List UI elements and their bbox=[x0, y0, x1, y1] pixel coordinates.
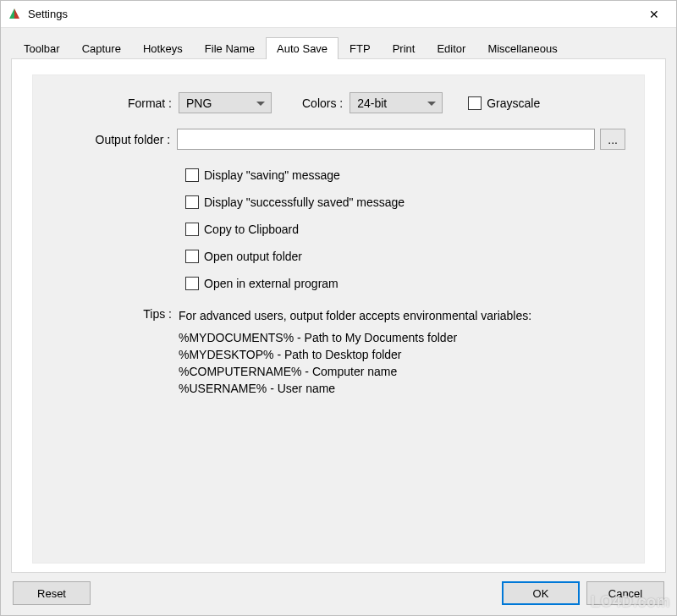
copy-clipboard-checkbox[interactable] bbox=[185, 223, 199, 236]
output-folder-input[interactable] bbox=[177, 129, 595, 150]
display-success-label: Display "successfully saved" message bbox=[204, 195, 405, 209]
tab-hotkeys[interactable]: Hotkeys bbox=[132, 37, 194, 59]
grayscale-label: Grayscale bbox=[487, 96, 540, 110]
tab-panel-auto-save: Format : PNG Colors : 24-bit bbox=[11, 58, 666, 573]
tips-line: %USERNAME% - User name bbox=[179, 380, 531, 397]
cancel-button[interactable]: Cancel bbox=[586, 581, 664, 605]
tips-line: %MYDESKTOP% - Path to Desktop folder bbox=[179, 346, 531, 363]
open-folder-label: Open output folder bbox=[204, 250, 302, 263]
format-select[interactable]: PNG bbox=[179, 92, 272, 113]
tab-auto-save[interactable]: Auto Save bbox=[266, 37, 338, 59]
tab-print[interactable]: Print bbox=[382, 37, 427, 59]
title-bar: Settings ✕ bbox=[1, 1, 676, 28]
output-folder-label: Output folder : bbox=[52, 133, 177, 146]
ellipsis-icon: ... bbox=[608, 133, 618, 146]
app-icon bbox=[8, 8, 21, 21]
grayscale-checkbox[interactable] bbox=[468, 96, 482, 110]
tab-strip: Toolbar Capture Hotkeys File Name Auto S… bbox=[13, 36, 666, 58]
open-external-label: Open in external program bbox=[204, 277, 338, 290]
reset-button[interactable]: Reset bbox=[13, 581, 91, 605]
tips-line: %COMPUTERNAME% - Computer name bbox=[179, 363, 531, 380]
tips-label: Tips : bbox=[52, 307, 179, 321]
ok-button[interactable]: OK bbox=[502, 581, 580, 605]
close-button[interactable]: ✕ bbox=[637, 3, 671, 26]
dialog-footer: Reset OK Cancel bbox=[11, 573, 666, 605]
tab-editor[interactable]: Editor bbox=[426, 37, 476, 59]
tab-capture[interactable]: Capture bbox=[71, 37, 132, 59]
window-title: Settings bbox=[28, 8, 68, 20]
copy-clipboard-label: Copy to Clipboard bbox=[204, 223, 299, 236]
tab-toolbar[interactable]: Toolbar bbox=[13, 37, 71, 59]
auto-save-groupbox: Format : PNG Colors : 24-bit bbox=[32, 74, 645, 564]
tips-body: For advanced users, output folder accept… bbox=[179, 307, 531, 397]
tips-intro: For advanced users, output folder accept… bbox=[179, 307, 531, 324]
display-success-checkbox[interactable] bbox=[185, 195, 199, 209]
tips-line: %MYDOCUMENTS% - Path to My Documents fol… bbox=[179, 329, 531, 346]
client-area: Toolbar Capture Hotkeys File Name Auto S… bbox=[1, 28, 676, 615]
tab-file-name[interactable]: File Name bbox=[194, 37, 266, 59]
display-saving-label: Display "saving" message bbox=[204, 168, 340, 182]
browse-button[interactable]: ... bbox=[600, 129, 625, 150]
tab-ftp[interactable]: FTP bbox=[338, 37, 382, 59]
open-external-checkbox[interactable] bbox=[185, 277, 199, 290]
tab-miscellaneous[interactable]: Miscellaneous bbox=[476, 37, 568, 59]
settings-window: Settings ✕ Toolbar Capture Hotkeys File … bbox=[0, 0, 677, 616]
colors-select[interactable]: 24-bit bbox=[350, 92, 443, 113]
display-saving-checkbox[interactable] bbox=[185, 168, 199, 182]
format-label: Format : bbox=[52, 96, 179, 110]
open-folder-checkbox[interactable] bbox=[185, 250, 199, 263]
close-icon: ✕ bbox=[649, 8, 659, 21]
colors-label: Colors : bbox=[302, 96, 350, 110]
